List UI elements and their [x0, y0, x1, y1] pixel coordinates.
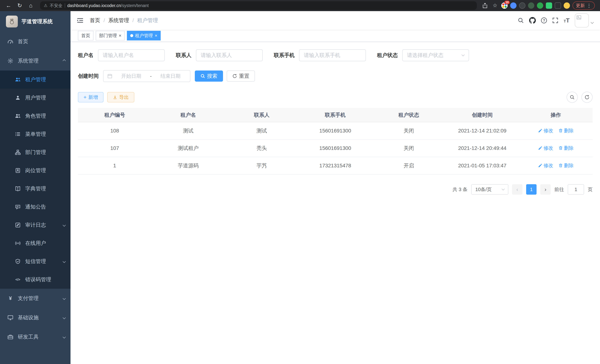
date-range-picker[interactable]: 开始日期 - 结束日期 — [103, 70, 190, 82]
chevron-down-icon — [63, 260, 66, 263]
delete-link[interactable]: 删除 — [558, 127, 574, 134]
sidebar-item-infrastructure[interactable]: 基础设施 — [0, 308, 71, 327]
edit-link[interactable]: 修改 — [538, 145, 553, 151]
field-label: 联系手机 — [274, 52, 295, 59]
prev-page-button[interactable]: ‹ — [512, 184, 523, 195]
edit-link[interactable]: 修改 — [538, 127, 553, 134]
status-select[interactable]: 请选择租户状态 — [402, 49, 469, 61]
sidebar-item-sms-mgmt[interactable]: 短信管理 — [0, 252, 71, 271]
browser-update-button[interactable]: 更新 ⋮ — [572, 1, 595, 10]
goto-page-input[interactable] — [568, 184, 584, 195]
close-icon[interactable]: × — [119, 33, 121, 38]
plus-icon: + — [84, 95, 86, 100]
breadcrumb-separator: / — [132, 18, 134, 23]
close-icon[interactable]: × — [155, 33, 157, 38]
help-button[interactable]: ? — [541, 18, 547, 23]
extension-icon-2[interactable] — [510, 2, 516, 9]
next-page-button[interactable]: › — [540, 184, 551, 195]
chevron-down-icon — [591, 21, 594, 24]
sidebar-item-audit-log[interactable]: 审计日志 — [0, 216, 71, 234]
page-size-select[interactable]: 10条/页 — [471, 184, 508, 195]
github-button[interactable] — [529, 17, 536, 24]
url-path: /system/tenant — [121, 3, 149, 8]
extension-icon-1[interactable]: 10 — [501, 2, 508, 9]
cell-phone: 15601691300 — [299, 122, 372, 140]
extension-icon-4[interactable] — [528, 2, 534, 9]
user-menu[interactable] — [575, 13, 593, 28]
calendar-icon — [107, 74, 112, 79]
sidebar-item-post-mgmt[interactable]: 岗位管理 — [0, 161, 71, 180]
sidebar-item-user-mgmt[interactable]: 用户管理 — [0, 89, 71, 107]
extension-icon-6[interactable] — [546, 2, 552, 9]
cell-contact: 秃头 — [225, 140, 299, 157]
toggle-search-button[interactable] — [567, 92, 578, 103]
sidebar-item-error-code[interactable]: </> 错误码管理 — [0, 271, 71, 289]
delete-link[interactable]: 删除 — [558, 162, 574, 169]
col-status: 租户状态 — [372, 108, 445, 122]
bookmark-star-button[interactable]: ☆ — [491, 2, 499, 9]
phone-input[interactable] — [299, 49, 366, 61]
browser-home-button[interactable]: ⌂ — [26, 1, 36, 10]
header-search-button[interactable] — [518, 17, 524, 24]
toolbar-right — [567, 92, 593, 103]
sidebar-item-devtools[interactable]: 研发工具 — [0, 327, 71, 346]
browser-reload-button[interactable]: ↻ — [15, 1, 25, 10]
sidebar-item-role-mgmt[interactable]: 角色管理 — [0, 107, 71, 125]
hamburger-button[interactable] — [71, 17, 90, 24]
sidebar-item-system[interactable]: 系统管理 — [0, 51, 71, 71]
sidebar-item-label: 审计日志 — [25, 222, 46, 229]
sidebar-item-notice[interactable]: 通知公告 — [0, 198, 71, 216]
search-button[interactable]: 搜索 — [195, 71, 223, 82]
sidebar-logo[interactable]: 芋道管理系统 — [0, 11, 71, 32]
users-icon — [15, 113, 21, 119]
contact-input[interactable] — [196, 49, 263, 61]
sidebar-item-tenant-mgmt[interactable]: 租户管理 — [0, 71, 71, 89]
cell-actions: 修改删除 — [519, 122, 593, 140]
sidebar-item-label: 用户管理 — [25, 94, 46, 101]
chevron-down-icon — [63, 336, 66, 339]
sidebar-item-payment[interactable]: ¥ 支付管理 — [0, 289, 71, 308]
address-bar[interactable]: ⚠ 不安全 dashboard.yudao.iocoder.cn/system/… — [40, 1, 477, 10]
breadcrumb-item-system[interactable]: 系统管理 — [108, 17, 129, 24]
navbar-right: ? TT — [518, 13, 600, 28]
share-button[interactable] — [481, 2, 489, 9]
date-start-placeholder: 开始日期 — [115, 73, 147, 79]
add-button[interactable]: + 新增 — [78, 92, 103, 103]
extension-icon-3[interactable] — [519, 2, 525, 9]
extension-icon-8[interactable] — [564, 2, 570, 9]
page-button-1[interactable]: 1 — [526, 184, 536, 195]
extension-icon-7[interactable] — [555, 2, 561, 9]
address-divider — [65, 3, 65, 8]
extension-badge: 10 — [504, 0, 510, 4]
table-row: 108 测试 测试 15601691300 关闭 2021-12-14 21:0… — [78, 122, 593, 140]
cell-status: 关闭 — [372, 122, 445, 140]
reset-button[interactable]: 重置 — [227, 71, 255, 82]
fullscreen-button[interactable] — [552, 17, 558, 24]
extension-icon-5[interactable] — [537, 2, 543, 9]
page-content: 租户名 联系人 联系手机 租户状态 请选择租户状态 — [71, 42, 600, 364]
sidebar-item-online-users[interactable]: 在线用户 — [0, 234, 71, 252]
sidebar-item-menu-mgmt[interactable]: 菜单管理 — [0, 125, 71, 143]
delete-link[interactable]: 删除 — [558, 145, 574, 151]
browser-back-button[interactable]: ← — [4, 1, 13, 10]
tag-home[interactable]: 首页 — [78, 31, 94, 40]
tags-view: 首页 部门管理 × 租户管理 × — [71, 30, 600, 42]
sidebar-item-dict-mgmt[interactable]: 字典管理 — [0, 180, 71, 198]
export-button[interactable]: 导出 — [107, 92, 134, 103]
tag-dept-mgmt[interactable]: 部门管理 × — [96, 31, 125, 40]
sidebar-item-dept-mgmt[interactable]: 部门管理 — [0, 143, 71, 161]
refresh-table-button[interactable] — [581, 92, 593, 103]
date-separator: - — [150, 73, 152, 79]
edit-link[interactable]: 修改 — [538, 162, 553, 169]
sidebar-item-home[interactable]: 首页 — [0, 32, 71, 51]
kebab-menu-icon[interactable]: ⋮ — [587, 3, 591, 9]
font-size-button[interactable]: TT — [564, 17, 570, 24]
id-badge-icon — [15, 168, 21, 173]
security-label[interactable]: 不安全 — [50, 3, 63, 9]
tenant-name-input[interactable] — [98, 49, 165, 61]
breadcrumb-item-home[interactable]: 首页 — [90, 17, 100, 24]
trash-icon — [558, 163, 563, 168]
code-icon: </> — [15, 277, 21, 282]
tag-tenant-mgmt[interactable]: 租户管理 × — [127, 31, 161, 40]
cell-tenant-name: 测试租户 — [151, 140, 225, 157]
